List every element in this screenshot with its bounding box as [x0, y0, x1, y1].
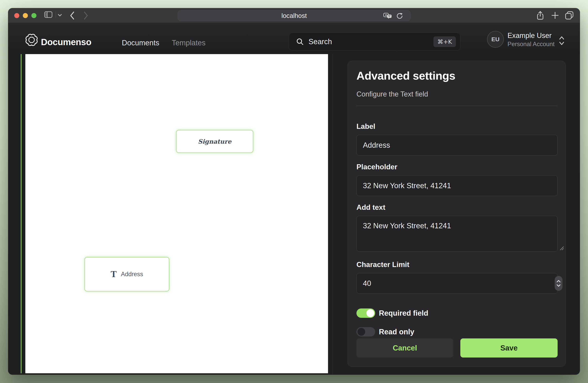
stepper-down-icon[interactable]: [556, 284, 561, 287]
panel-subtitle: Configure the Text field: [357, 90, 428, 98]
advanced-settings-panel: Advanced settings Configure the Text fie…: [348, 61, 566, 367]
read-only-toggle[interactable]: [357, 327, 375, 337]
app-header: Documenso Documents Templates Search ⌘+K…: [8, 23, 580, 54]
chevron-down-icon[interactable]: [58, 14, 62, 17]
character-limit-field-label: Character Limit: [357, 261, 409, 269]
main-nav: Documents Templates: [122, 39, 205, 46]
panel-title-divider: [357, 106, 558, 106]
nav-item-templates[interactable]: Templates: [172, 39, 205, 46]
back-button[interactable]: [69, 11, 75, 20]
minimize-window-button[interactable]: [23, 13, 28, 18]
user-account-type: Personal Account: [507, 41, 554, 48]
cancel-button[interactable]: Cancel: [357, 338, 453, 358]
main-content: Signature T Address Advanced settings Co…: [8, 54, 580, 375]
tab-overview-icon[interactable]: [565, 11, 574, 20]
placeholder-field-label: Placeholder: [357, 163, 397, 171]
placeholder-input[interactable]: [357, 175, 558, 196]
add-text-field-label: Add text: [357, 203, 385, 211]
document-progress-line: [21, 54, 22, 373]
textarea-resize-handle[interactable]: [559, 245, 564, 250]
account-switcher-chevrons-icon[interactable]: [558, 36, 565, 46]
url-text: localhost: [281, 12, 307, 19]
document-page: Signature T Address: [25, 54, 328, 373]
save-button[interactable]: Save: [460, 338, 558, 358]
browser-toolbar: localhost A: [8, 8, 580, 23]
desktop: { "browser": { "url": "localhost" }, "ap…: [0, 0, 588, 383]
reload-icon[interactable]: [396, 12, 403, 19]
svg-text:A: A: [385, 13, 387, 17]
text-field-type-icon: T: [111, 270, 117, 279]
avatar-initials: EU: [491, 36, 500, 43]
forward-button[interactable]: [83, 11, 89, 20]
avatar[interactable]: EU: [487, 31, 504, 48]
documenso-logo-icon[interactable]: [25, 33, 38, 46]
search-input[interactable]: Search ⌘+K: [289, 33, 460, 51]
toggle-knob: [366, 309, 374, 317]
zoom-window-button[interactable]: [31, 13, 37, 18]
number-stepper[interactable]: [555, 276, 563, 291]
required-field-label: Required field: [379, 308, 428, 318]
close-window-button[interactable]: [14, 13, 19, 18]
stepper-up-icon[interactable]: [556, 280, 561, 283]
search-icon: [296, 38, 304, 46]
required-field-toggle[interactable]: [357, 308, 375, 318]
brand-name[interactable]: Documenso: [41, 38, 91, 46]
signature-field-label: Signature: [198, 138, 231, 145]
toolbar-separator: [56, 11, 56, 18]
address-bar[interactable]: localhost A: [178, 10, 410, 21]
toggle-knob: [357, 328, 365, 336]
panel-title: Advanced settings: [357, 69, 455, 82]
nav-item-documents[interactable]: Documents: [122, 39, 159, 46]
sidebar-toggle-icon[interactable]: [44, 11, 52, 18]
signature-field[interactable]: Signature: [176, 130, 253, 153]
user-name: Example User: [507, 32, 551, 39]
panel-divider: [332, 54, 333, 375]
label-field-label: Label: [357, 122, 375, 131]
character-limit-input[interactable]: [357, 273, 558, 294]
text-field-address[interactable]: T Address: [84, 257, 169, 291]
read-only-label: Read only: [379, 327, 414, 337]
translate-icon[interactable]: A: [383, 13, 392, 19]
search-placeholder: Search: [309, 38, 332, 46]
text-field-label: Address: [121, 271, 143, 278]
browser-window: localhost A: [8, 8, 580, 375]
label-input[interactable]: [357, 135, 558, 155]
search-shortcut-badge: ⌘+K: [433, 36, 456, 47]
add-text-textarea[interactable]: 32 New York Street, 41241: [357, 216, 558, 252]
new-tab-icon[interactable]: [551, 12, 559, 19]
share-icon[interactable]: [536, 11, 545, 20]
